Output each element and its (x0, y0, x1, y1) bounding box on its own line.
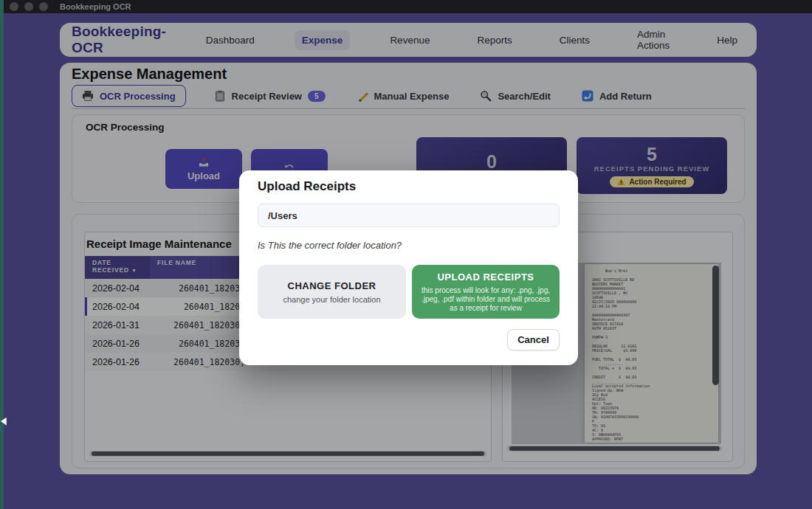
mouse-cursor (0, 417, 7, 426)
change-folder-title: CHANGE FOLDER (288, 280, 376, 291)
upload-receipts-description: this process will look for any: .png, .j… (419, 286, 552, 313)
folder-confirmation-question: Is This the correct folder location? (258, 240, 402, 251)
upload-receipts-modal: Upload Receipts Is This the correct fold… (239, 170, 578, 365)
upload-receipts-title: UPLOAD RECEIPTS (437, 271, 534, 283)
upload-receipts-button[interactable]: UPLOAD RECEIPTS this process will look f… (412, 265, 560, 319)
modal-title: Upload Receipts (258, 179, 356, 194)
folder-path-input[interactable] (258, 204, 560, 227)
change-folder-button[interactable]: CHANGE FOLDER change your folder locatio… (258, 265, 406, 319)
cancel-button[interactable]: Cancel (507, 329, 560, 350)
screen: Bookkeeping OCR Bookkeeping-OCR Dashboar… (0, 0, 812, 509)
change-folder-subtitle: change your folder location (283, 295, 380, 304)
